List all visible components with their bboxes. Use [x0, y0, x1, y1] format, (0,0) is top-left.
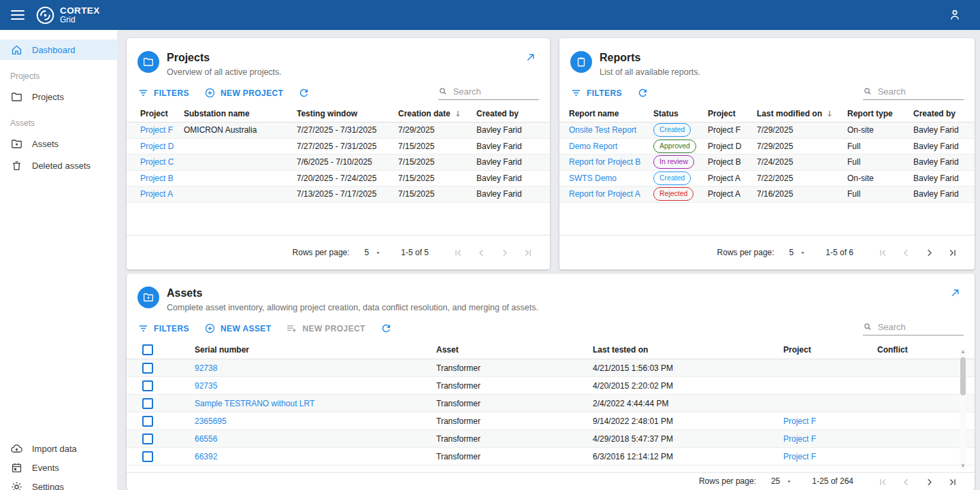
scrollbar-thumb[interactable]: [960, 357, 966, 395]
col-project[interactable]: Project: [140, 109, 184, 118]
clipboard-icon: [575, 56, 587, 68]
row-checkbox[interactable]: [142, 363, 153, 374]
next-page-button[interactable]: [917, 247, 941, 259]
assets-card-subtitle: Complete asset inventory, allowing proje…: [167, 303, 538, 312]
project-link[interactable]: Project F: [783, 416, 877, 426]
next-page-button[interactable]: [493, 247, 516, 259]
report-link[interactable]: Onsite Test Report: [569, 125, 653, 135]
assets-table-scrollbar[interactable]: ▲ ▼: [960, 348, 966, 470]
col-asset[interactable]: Asset: [436, 345, 593, 355]
col-substation-name[interactable]: Substation name: [184, 109, 297, 118]
serial-number-link[interactable]: 92735: [195, 381, 436, 391]
project-link[interactable]: Project F: [140, 125, 184, 135]
report-link[interactable]: Report for Project B: [569, 157, 653, 167]
last-page-button[interactable]: [941, 247, 964, 259]
serial-number-link[interactable]: 2365695: [195, 416, 436, 426]
account-button[interactable]: [947, 7, 962, 22]
rows-per-page-select[interactable]: 5: [789, 248, 807, 257]
assets-filters-button[interactable]: FILTERS: [137, 323, 189, 334]
serial-number-link[interactable]: Sample TESTRANO without LRT: [195, 399, 436, 408]
col-report-name[interactable]: Report name: [569, 109, 653, 118]
serial-number-link[interactable]: 66392: [195, 452, 436, 461]
project-link[interactable]: Project C: [140, 157, 184, 167]
table-row: Onsite Test Report Created Project F 7/2…: [559, 122, 975, 139]
row-checkbox[interactable]: [142, 380, 153, 391]
rows-per-page-label: Rows per page:: [717, 248, 774, 257]
sidebar-item-projects[interactable]: Projects: [0, 86, 117, 107]
sidebar-item-deleted-assets[interactable]: Deleted assets: [0, 155, 117, 176]
project-link[interactable]: Project A: [140, 189, 184, 199]
project-link[interactable]: Project F: [783, 434, 877, 444]
arrow-north-east-icon: [949, 287, 961, 299]
col-conflict[interactable]: Conflict: [877, 345, 954, 355]
col-status[interactable]: Status: [653, 109, 708, 118]
projects-refresh-button[interactable]: [298, 87, 310, 99]
rows-per-page-label: Rows per page:: [293, 248, 350, 257]
table-row: Project D 7/27/2025 - 7/31/2025 7/15/202…: [127, 139, 550, 155]
assets-search-input[interactable]: [878, 322, 964, 332]
col-project[interactable]: Project: [708, 109, 757, 118]
projects-pagination: Rows per page: 5 1-5 of 5: [127, 235, 550, 270]
rows-per-page-label: Rows per page:: [699, 476, 756, 486]
col-project[interactable]: Project: [783, 345, 877, 355]
serial-number-link[interactable]: 92738: [195, 363, 436, 373]
next-page-button[interactable]: [917, 476, 941, 488]
menu-icon[interactable]: [11, 10, 24, 20]
previous-page-button[interactable]: [470, 247, 493, 259]
reports-card: Reports List of all available reports. F…: [559, 38, 975, 270]
last-page-button[interactable]: [941, 476, 964, 488]
new-project-from-assets-button[interactable]: NEW PROJECT: [286, 323, 365, 334]
serial-number-link[interactable]: 66556: [195, 434, 436, 444]
playlist-add-icon: [286, 323, 297, 334]
previous-page-button[interactable]: [894, 247, 917, 259]
sidebar-item-dashboard[interactable]: Dashboard: [0, 39, 117, 60]
last-page-button[interactable]: [516, 247, 539, 259]
row-checkbox[interactable]: [142, 398, 153, 409]
project-link[interactable]: Project D: [140, 142, 184, 151]
project-link[interactable]: Project B: [140, 174, 184, 183]
projects-search-input[interactable]: [453, 86, 539, 97]
sidebar-item-import-data[interactable]: Import data: [0, 438, 117, 459]
col-testing-window[interactable]: Testing window: [297, 109, 398, 118]
col-last-tested-on[interactable]: Last tested on: [593, 345, 783, 355]
report-link[interactable]: Report for Project A: [569, 189, 653, 199]
col-report-type[interactable]: Report type: [847, 109, 913, 118]
assets-search: [863, 321, 964, 336]
row-checkbox[interactable]: [142, 434, 153, 444]
reports-filters-button[interactable]: FILTERS: [570, 87, 622, 99]
previous-page-button[interactable]: [894, 476, 917, 488]
first-page-button[interactable]: [871, 247, 894, 259]
assets-refresh-button[interactable]: [380, 323, 392, 334]
scroll-up-icon[interactable]: ▲: [960, 348, 966, 355]
first-page-button[interactable]: [446, 247, 470, 259]
project-link[interactable]: Project F: [783, 452, 877, 461]
projects-filters-button[interactable]: FILTERS: [137, 87, 189, 99]
row-checkbox[interactable]: [142, 416, 153, 427]
new-asset-button[interactable]: NEW ASSET: [204, 323, 272, 334]
report-link[interactable]: SWTS Demo: [569, 174, 653, 183]
reports-refresh-button[interactable]: [637, 87, 649, 99]
folder-icon: [142, 56, 154, 68]
col-creation-date[interactable]: Creation date: [398, 109, 476, 118]
col-last-modified-on[interactable]: Last modified on: [757, 109, 847, 118]
col-created-by[interactable]: Created by: [913, 109, 965, 118]
sidebar-item-settings[interactable]: Settings: [0, 476, 117, 490]
col-serial-number[interactable]: Serial number: [195, 345, 436, 355]
new-project-button[interactable]: NEW PROJECT: [204, 87, 283, 99]
rows-per-page-select[interactable]: 5: [365, 248, 382, 257]
report-link[interactable]: Demo Report: [569, 142, 653, 151]
rows-per-page-select[interactable]: 25: [771, 476, 793, 486]
assets-open-in-full-button[interactable]: [949, 287, 961, 299]
table-row: 66556 Transformer 4/29/2018 5:47:37 PM P…: [127, 430, 975, 448]
first-page-button[interactable]: [871, 476, 894, 488]
search-icon: [438, 86, 448, 97]
chevron-right-icon: [499, 247, 510, 259]
col-created-by[interactable]: Created by: [476, 109, 536, 118]
sidebar-item-assets[interactable]: Assets: [0, 133, 117, 154]
row-checkbox[interactable]: [142, 451, 153, 462]
reports-search-input[interactable]: [878, 86, 964, 97]
projects-open-in-full-button[interactable]: [525, 52, 536, 63]
select-all-checkbox[interactable]: [142, 344, 153, 355]
scroll-down-icon[interactable]: ▼: [960, 463, 966, 470]
sidebar-item-events[interactable]: Events: [0, 457, 117, 478]
